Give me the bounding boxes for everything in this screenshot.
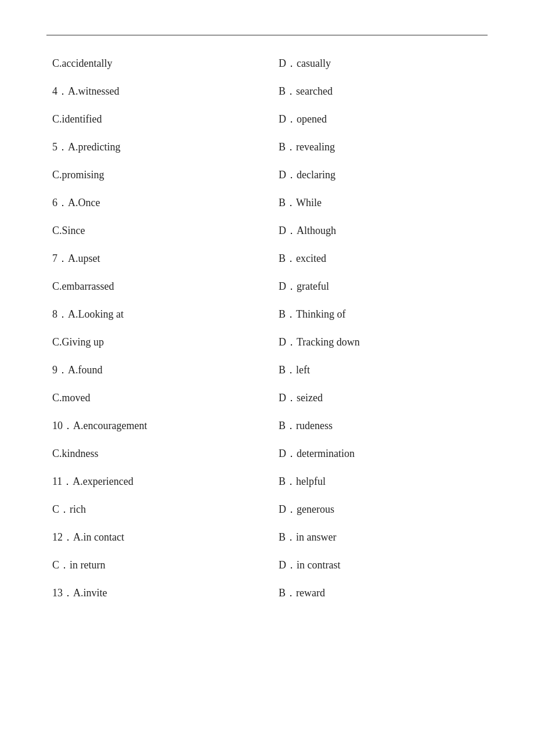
list-item: B．While [267,196,488,210]
answer-option-right: B．While [279,197,322,208]
table-row: C．in returnD．in contrast [46,555,488,582]
answer-option-left: C.Since [52,225,85,236]
answer-option-left: C.promising [52,169,104,181]
list-item: C.promising [46,169,267,181]
answer-option-right: B．revealing [279,141,335,153]
list-item: 13．A.invite [46,586,267,600]
answer-option-right: B．in answer [279,531,336,543]
answer-option-right: B．Thinking of [279,308,346,320]
question-list: C.accidentallyD．casually4．A.witnessedB．s… [46,53,488,610]
list-item: C.moved [46,392,267,404]
list-item: D．seized [267,391,488,405]
list-item: C.embarrassed [46,280,267,293]
list-item: B．rudeness [267,419,488,433]
list-item: 10．A.encouragement [46,419,267,433]
list-item: 6．A.Once [46,196,267,210]
list-item: B．in answer [267,530,488,544]
answer-option-right: D．determination [279,448,355,459]
answer-option-left: 12．A.in contact [52,531,124,543]
list-item: D．casually [267,56,488,70]
list-item: D．generous [267,502,488,516]
answer-option-right: B．left [279,364,310,376]
table-row: 13．A.inviteB．reward [46,582,488,610]
list-item: C.Since [46,225,267,237]
answer-option-left: 5．A.predicting [52,141,120,153]
list-item: B．Thinking of [267,307,488,321]
list-item: C.Giving up [46,336,267,348]
list-item: C．in return [46,558,267,572]
answer-option-right: D．declaring [279,169,335,181]
list-item: C.identified [46,113,267,125]
table-row: 11．A.experiencedB．helpful [46,471,488,499]
table-row: C.promisingD．declaring [46,164,488,192]
answer-option-left: C.Giving up [52,336,104,348]
list-item: D．Although [267,224,488,237]
table-row: 6．A.OnceB．While [46,192,488,220]
table-row: C.identifiedD．opened [46,109,488,136]
list-item: B．reward [267,586,488,600]
top-divider [46,35,488,35]
answer-option-left: C．rich [52,503,86,515]
answer-option-left: 8．A.Looking at [52,308,124,320]
answer-option-left: 13．A.invite [52,587,107,599]
list-item: B．revealing [267,140,488,154]
answer-option-right: B．searched [279,85,333,97]
answer-option-right: B．reward [279,587,325,599]
answer-option-right: D．in contrast [279,559,340,571]
list-item: D．opened [267,112,488,126]
answer-option-right: D．casually [279,57,331,69]
list-item: D．Tracking down [267,335,488,349]
answer-option-left: C.moved [52,392,91,404]
answer-option-left: 4．A.witnessed [52,85,120,97]
list-item: C.kindness [46,448,267,460]
list-item: D．grateful [267,279,488,293]
answer-option-left: 9．A.found [52,364,103,376]
table-row: C.Giving upD．Tracking down [46,332,488,359]
list-item: 8．A.Looking at [46,307,267,321]
table-row: 4．A.witnessedB．searched [46,81,488,109]
answer-option-right: D．opened [279,113,327,125]
list-item: 4．A.witnessed [46,84,267,98]
table-row: 9．A.foundB．left [46,359,488,387]
table-row: 10．A.encouragementB．rudeness [46,415,488,443]
answer-option-right: B．helpful [279,476,326,487]
answer-option-left: 10．A.encouragement [52,420,147,431]
list-item: 11．A.experienced [46,474,267,488]
list-item: B．excited [267,251,488,265]
table-row: 5．A.predictingB．revealing [46,136,488,164]
list-item: C.accidentally [46,57,267,70]
answer-option-right: D．Although [279,225,336,236]
table-row: 12．A.in contactB．in answer [46,527,488,555]
list-item: 5．A.predicting [46,140,267,154]
table-row: C.kindnessD．determination [46,443,488,471]
answer-option-right: D．grateful [279,280,329,292]
table-row: C．richD．generous [46,499,488,527]
table-row: C.movedD．seized [46,387,488,415]
page: C.accidentallyD．casually4．A.witnessedB．s… [0,0,534,756]
table-row: C.SinceD．Although [46,220,488,248]
answer-option-left: 11．A.experienced [52,476,134,487]
answer-option-right: B．rudeness [279,420,333,431]
answer-option-left: 7．A.upset [52,253,100,264]
list-item: B．searched [267,84,488,98]
list-item: C．rich [46,502,267,516]
table-row: C.accidentallyD．casually [46,53,488,81]
answer-option-right: D．Tracking down [279,336,360,348]
list-item: B．left [267,363,488,377]
table-row: C.embarrassedD．grateful [46,276,488,304]
table-row: 7．A.upsetB．excited [46,248,488,276]
answer-option-right: D．generous [279,503,334,515]
answer-option-left: 6．A.Once [52,197,100,208]
list-item: 7．A.upset [46,251,267,265]
list-item: 12．A.in contact [46,530,267,544]
answer-option-left: C．in return [52,559,106,571]
answer-option-left: C.embarrassed [52,280,114,292]
table-row: 8．A.Looking atB．Thinking of [46,304,488,332]
list-item: D．in contrast [267,558,488,572]
list-item: 9．A.found [46,363,267,377]
answer-option-right: D．seized [279,392,323,404]
list-item: D．determination [267,447,488,460]
list-item: B．helpful [267,474,488,488]
answer-option-left: C.kindness [52,448,99,459]
answer-option-left: C.accidentally [52,57,112,69]
